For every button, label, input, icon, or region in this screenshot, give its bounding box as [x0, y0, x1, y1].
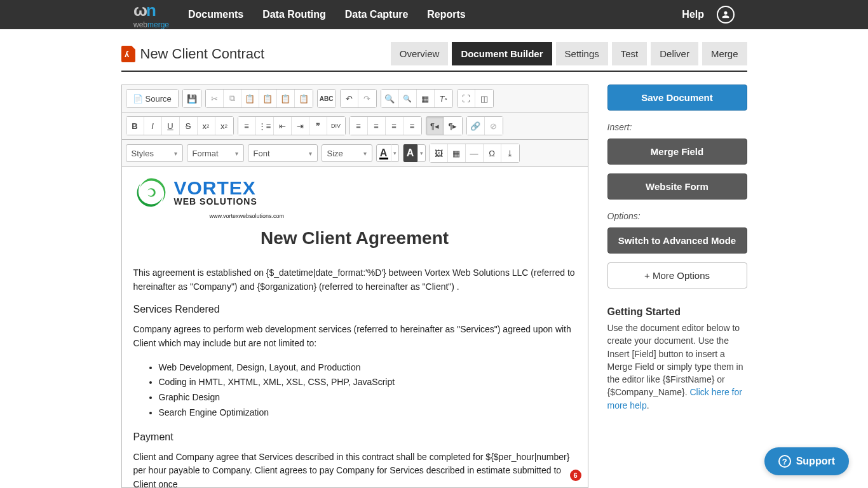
tab-test[interactable]: Test — [612, 42, 648, 65]
notification-badge[interactable]: 6 — [570, 470, 581, 481]
ordered-list-icon[interactable]: ≡ — [238, 117, 256, 135]
tab-document-builder[interactable]: Document Builder — [452, 42, 552, 65]
doc-services-heading: Services Rendered — [133, 304, 576, 315]
link-icon[interactable]: 🔗 — [467, 117, 485, 135]
table-icon[interactable]: ▦ — [448, 144, 466, 162]
align-justify-icon[interactable]: ≡ — [403, 117, 421, 135]
tab-settings[interactable]: Settings — [556, 42, 608, 65]
maximize-icon[interactable]: ⛶ — [458, 90, 475, 107]
brand-logo: ωn webmerge — [133, 1, 169, 29]
paste-special-icon[interactable]: 📋 — [295, 90, 313, 107]
align-right-icon[interactable]: ≡ — [386, 117, 403, 135]
blockquote-icon[interactable]: ❞ — [309, 117, 327, 135]
select-all-icon[interactable]: ▦ — [417, 90, 435, 107]
doc-logo-sub: WEB SOLUTIONS — [174, 196, 257, 207]
font-select[interactable]: Font▾ — [248, 144, 318, 162]
bg-color-button[interactable]: A▾ — [403, 144, 426, 162]
ltr-icon[interactable]: ¶◂ — [426, 117, 444, 135]
support-button[interactable]: ? Support — [764, 447, 849, 475]
save-icon[interactable]: 💾 — [183, 90, 201, 107]
brand-name-2: merge — [147, 20, 169, 29]
advanced-mode-button[interactable]: Switch to Advanced Mode — [607, 227, 747, 254]
list-item: Search Engine Optimization — [159, 406, 576, 420]
nav-reports[interactable]: Reports — [427, 9, 465, 20]
paste-icon[interactable]: 📋 — [241, 90, 259, 107]
superscript-icon[interactable]: x2 — [215, 117, 233, 135]
tab-merge[interactable]: Merge — [702, 42, 747, 65]
editor-toolbar-row-3: Styles▾ Format▾ Font▾ Size▾ A▾ A▾ 🖼 ▦ — … — [122, 140, 588, 166]
pdf-icon — [121, 46, 135, 62]
rtl-icon[interactable]: ¶▸ — [444, 117, 462, 135]
format-select[interactable]: Format▾ — [187, 144, 244, 162]
doc-logo-url: www.vortexwebsolutions.com — [210, 213, 576, 219]
align-center-icon[interactable]: ≡ — [368, 117, 386, 135]
tab-deliver[interactable]: Deliver — [651, 42, 698, 65]
outdent-icon[interactable]: ⇤ — [274, 117, 292, 135]
nav-documents[interactable]: Documents — [188, 9, 243, 20]
remove-format-icon[interactable]: T× — [435, 90, 452, 107]
styles-select[interactable]: Styles▾ — [126, 144, 183, 162]
options-label: Options: — [607, 211, 747, 221]
doc-logo: VORTEX WEB SOLUTIONS — [133, 175, 576, 210]
doc-payment-paragraph: Client and Company agree that Services d… — [133, 451, 576, 488]
unlink-icon[interactable]: ⊘ — [485, 117, 503, 135]
account-avatar-icon[interactable] — [717, 6, 735, 24]
italic-icon[interactable]: I — [144, 117, 162, 135]
unordered-list-icon[interactable]: ⋮≡ — [256, 117, 274, 135]
replace-icon[interactable]: 🔍 — [399, 90, 417, 107]
text-color-button[interactable]: A▾ — [376, 144, 399, 162]
merge-field-button[interactable]: Merge Field — [607, 139, 747, 165]
editor-toolbar-row-2: B I U S x2 x2 ≡ ⋮≡ ⇤ ⇥ ❞ DIV — [122, 112, 588, 140]
nav-data-capture[interactable]: Data Capture — [345, 9, 409, 20]
doc-services-list: Web Development, Design, Layout, and Pro… — [159, 361, 576, 420]
list-item: Graphic Design — [159, 391, 576, 405]
question-icon: ? — [778, 455, 791, 468]
hr-icon[interactable]: — — [466, 144, 484, 162]
more-options-button[interactable]: + More Options — [607, 262, 747, 288]
paste-text-icon[interactable]: 📋 — [259, 90, 277, 107]
source-button[interactable]: 📄 Source — [126, 90, 178, 107]
tab-overview[interactable]: Overview — [391, 42, 449, 65]
list-item: Web Development, Design, Layout, and Pro… — [159, 361, 576, 375]
size-select[interactable]: Size▾ — [322, 144, 372, 162]
nav-help[interactable]: Help — [682, 9, 704, 20]
vortex-swirl-icon — [133, 175, 169, 210]
indent-icon[interactable]: ⇥ — [292, 117, 309, 135]
strike-icon[interactable]: S — [180, 117, 198, 135]
align-left-icon[interactable]: ≡ — [350, 117, 368, 135]
list-item: Coding in HMTL, XHTML, XML, XSL, CSS, PH… — [159, 376, 576, 390]
find-icon[interactable]: 🔍 — [381, 90, 399, 107]
cut-icon[interactable]: ✂ — [206, 90, 224, 107]
page-break-icon[interactable]: ⤓ — [501, 144, 519, 162]
getting-started-title: Getting Started — [607, 306, 747, 318]
show-blocks-icon[interactable]: ◫ — [475, 90, 493, 107]
subscript-icon[interactable]: x2 — [198, 117, 215, 135]
logo-mark-icon: ωn — [133, 1, 169, 20]
redo-icon[interactable]: ↷ — [358, 90, 376, 107]
nav-data-routing[interactable]: Data Routing — [262, 9, 326, 20]
image-icon[interactable]: 🖼 — [430, 144, 448, 162]
paste-word-icon[interactable]: 📋 — [277, 90, 295, 107]
doc-logo-name: VORTEX — [174, 179, 257, 196]
spellcheck-icon[interactable]: ABC — [318, 90, 336, 107]
editor-toolbar-row-1: 📄 Source 💾 ✂ ⧉ 📋 📋 📋 📋 ABC — [122, 85, 588, 112]
getting-started-text: Use the document editor below to create … — [607, 322, 747, 412]
website-form-button[interactable]: Website Form — [607, 173, 747, 200]
brand-name-1: web — [133, 20, 147, 29]
copy-icon[interactable]: ⧉ — [224, 90, 241, 107]
page-title: New Client Contract — [140, 46, 265, 62]
top-bar: ωn webmerge Documents Data Routing Data … — [0, 0, 868, 29]
sidebar: Save Document Insert: Merge Field Websit… — [607, 85, 747, 412]
document-tabs: Overview Document Builder Settings Test … — [391, 42, 747, 65]
div-icon[interactable]: DIV — [327, 117, 345, 135]
underline-icon[interactable]: U — [162, 117, 180, 135]
editor-canvas[interactable]: VORTEX WEB SOLUTIONS www.vortexwebsoluti… — [122, 166, 588, 487]
doc-services-paragraph: Company agrees to perform web developmen… — [133, 323, 576, 350]
save-document-button[interactable]: Save Document — [607, 85, 747, 111]
special-char-icon[interactable]: Ω — [484, 144, 501, 162]
doc-payment-heading: Payment — [133, 431, 576, 443]
bold-icon[interactable]: B — [126, 117, 144, 135]
doc-title: New Client Agreement — [133, 228, 576, 248]
insert-label: Insert: — [607, 122, 747, 132]
undo-icon[interactable]: ↶ — [341, 90, 358, 107]
